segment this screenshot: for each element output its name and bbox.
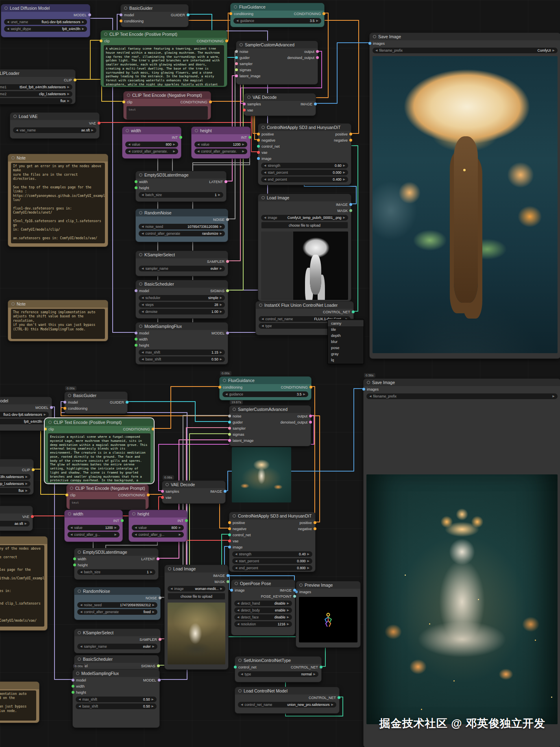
- increment-arrow-icon[interactable]: ▶: [173, 150, 175, 153]
- model-input[interactable]: model: [137, 331, 149, 335]
- vae-input-socket-icon[interactable]: [161, 496, 164, 499]
- load-vae-bottom[interactable]: Load VAEVAE◀vae_nameae.sft▶: [0, 506, 33, 531]
- IMAGE-output-socket-icon[interactable]: [224, 490, 227, 493]
- decrement-arrow-icon[interactable]: ◀: [264, 164, 266, 167]
- node-header[interactable]: Load Image: [258, 194, 351, 201]
- widget-type[interactable]: ◀typeflux▶: [0, 488, 31, 494]
- decrement-arrow-icon[interactable]: ◀: [264, 171, 266, 174]
- node-header[interactable]: EmptySD3LatentImage: [136, 171, 226, 179]
- node-header[interactable]: FluxGuidance: [220, 377, 311, 384]
- decrement-arrow-icon[interactable]: ◀: [70, 533, 72, 536]
- increment-arrow-icon[interactable]: ▶: [287, 616, 289, 619]
- width-input[interactable]: width: [137, 180, 148, 184]
- dropdown-item-gray[interactable]: gray: [328, 351, 364, 357]
- conditioning-input[interactable]: conditioning: [232, 12, 253, 16]
- VAE-output-socket-icon[interactable]: [31, 515, 34, 518]
- MODEL-output-socket-icon[interactable]: [50, 406, 53, 409]
- widget-base_shift[interactable]: ◀base_shift0.50▶: [76, 703, 157, 709]
- node-header[interactable]: ControlNetApply SD3 and HunyuanDiT: [229, 512, 315, 520]
- decrement-arrow-icon[interactable]: ◀: [135, 533, 137, 536]
- width-input-socket-icon[interactable]: [72, 685, 74, 688]
- VAE-output-socket-icon[interactable]: [98, 122, 100, 124]
- denoised_output-output[interactable]: denoised_output: [280, 420, 309, 424]
- dual-clip-loader-top[interactable]: DualCLIPLoaderCLIP◀clip_name1t5xxl_fp8_e…: [0, 69, 76, 104]
- widget-control_after_g...[interactable]: ◀control_after_g...▶: [132, 532, 184, 537]
- negative-input-socket-icon[interactable]: [257, 139, 260, 142]
- CONDITIONING-output[interactable]: CONDITIONING: [197, 39, 226, 43]
- text-widget[interactable]: If you get an error in any of the nodes …: [11, 163, 105, 243]
- widget-value[interactable]: ◀value1200▶: [194, 142, 247, 147]
- increment-arrow-icon[interactable]: ▶: [343, 178, 345, 181]
- SAMPLER-output-socket-icon[interactable]: [159, 638, 161, 641]
- sigmas-input[interactable]: sigmas: [231, 432, 244, 437]
- node-header[interactable]: Load Diffusion Model: [1, 4, 90, 12]
- node-header[interactable]: BasicScheduler: [136, 280, 228, 288]
- widget-image[interactable]: ◀imagewoman-medit...▶: [168, 586, 225, 592]
- increment-arrow-icon[interactable]: ▶: [242, 143, 244, 146]
- increment-arrow-icon[interactable]: ▶: [307, 559, 309, 563]
- width-input-socket-icon[interactable]: [73, 557, 76, 560]
- control_net-input[interactable]: control_net: [237, 665, 257, 669]
- increment-arrow-icon[interactable]: ▶: [218, 193, 220, 197]
- SAMPLER-output[interactable]: SAMPLER: [139, 638, 159, 642]
- width-input[interactable]: width: [137, 337, 148, 341]
- widget-value[interactable]: ◀value800▶: [125, 142, 178, 147]
- width-top[interactable]: widthINT◀value800▶◀control_after_generat…: [122, 127, 181, 159]
- decrement-arrow-icon[interactable]: ◀: [142, 351, 144, 354]
- height-input-socket-icon[interactable]: [72, 691, 74, 694]
- controlnet-apply-top[interactable]: ControlNetApply SD3 and HunyuanDiTpositi…: [258, 123, 351, 185]
- model-input-socket-icon[interactable]: [63, 401, 66, 404]
- guider-input[interactable]: guider: [231, 420, 243, 424]
- conditioning-input-socket-icon[interactable]: [63, 407, 66, 410]
- node-header[interactable]: CLIP Text Encode (Negative Prompt): [67, 485, 148, 492]
- decrement-arrow-icon[interactable]: ◀: [80, 570, 82, 574]
- node-header[interactable]: Note: [0, 537, 47, 544]
- images-input-socket-icon[interactable]: [368, 42, 371, 45]
- widget-value[interactable]: ◀value800▶: [132, 525, 184, 531]
- widget-value[interactable]: ◀value1200▶: [68, 525, 120, 531]
- node-header[interactable]: Note: [8, 300, 108, 308]
- denoised_output-output-socket-icon[interactable]: [309, 421, 312, 424]
- decrement-arrow-icon[interactable]: ◀: [80, 610, 82, 614]
- vae-input[interactable]: vae: [231, 539, 239, 543]
- node-header[interactable]: RandomNoise: [74, 588, 160, 595]
- increment-arrow-icon[interactable]: ▶: [553, 395, 555, 398]
- dropdown-item-canny[interactable]: canny: [328, 320, 364, 326]
- widget-weight_dtype[interactable]: ◀weight_dtypefp8_e4m3fn▶: [0, 419, 49, 424]
- empty-sd3-latent-bottom[interactable]: EmptySD3LatentImagewidthLATENTheight◀bat…: [74, 548, 159, 580]
- note-sampling-top[interactable]: NoteThe reference sampling implementatio…: [8, 300, 108, 341]
- INT-output-socket-icon[interactable]: [185, 519, 188, 522]
- ksampler-select-top[interactable]: KSamplerSelectSAMPLER◀sampler_nameeuler▶: [135, 251, 228, 276]
- NOISE-output-socket-icon[interactable]: [159, 596, 161, 599]
- CONTROL_NET-output-socket-icon[interactable]: [352, 310, 355, 313]
- widget-sampler_name[interactable]: ◀sampler_nameeuler▶: [77, 644, 157, 649]
- increment-arrow-icon[interactable]: ▶: [153, 645, 155, 648]
- noise-input[interactable]: noise: [238, 50, 248, 54]
- clip-input[interactable]: clip: [102, 39, 110, 43]
- image-input-socket-icon[interactable]: [257, 157, 260, 160]
- MODEL-output-socket-icon[interactable]: [88, 13, 91, 16]
- decrement-arrow-icon[interactable]: ◀: [261, 324, 264, 328]
- decrement-arrow-icon[interactable]: ◀: [197, 150, 199, 153]
- text-widget[interactable]: A whimsical fantasy scene featuring a to…: [104, 45, 224, 86]
- decrement-arrow-icon[interactable]: ◀: [261, 317, 264, 321]
- VAE-output[interactable]: VAE: [89, 121, 98, 125]
- SIGMAS-output-socket-icon[interactable]: [157, 664, 160, 667]
- vae-input-socket-icon[interactable]: [228, 540, 231, 542]
- widget-denoise[interactable]: ◀denoise1.00▶: [139, 309, 225, 315]
- sampler-input-socket-icon[interactable]: [235, 62, 238, 65]
- decrement-arrow-icon[interactable]: ◀: [7, 20, 9, 24]
- increment-arrow-icon[interactable]: ▶: [115, 533, 117, 536]
- node-header[interactable]: height: [192, 127, 250, 134]
- node-header[interactable]: ModelSamplingFlux: [136, 323, 228, 330]
- vae-decode-top[interactable]: VAE DecodesamplesIMAGEvae: [244, 93, 316, 116]
- negative-input-socket-icon[interactable]: [228, 527, 231, 530]
- sampler-custom-advanced-bottom[interactable]: 19.67sSamplerCustomAdvancednoiseoutputgu…: [229, 405, 311, 446]
- samples-input[interactable]: samples: [246, 102, 261, 106]
- INT-output[interactable]: INT: [172, 135, 180, 140]
- GUIDER-output-socket-icon[interactable]: [126, 401, 129, 404]
- note-files-top[interactable]: NoteIf you get an error in any of the no…: [8, 154, 108, 247]
- sigmas-input-socket-icon[interactable]: [228, 433, 231, 436]
- increment-arrow-icon[interactable]: ▶: [303, 393, 305, 396]
- vae-decode-bottom[interactable]: 0.06sVAE DecodesamplesIMAGEvae: [162, 481, 226, 504]
